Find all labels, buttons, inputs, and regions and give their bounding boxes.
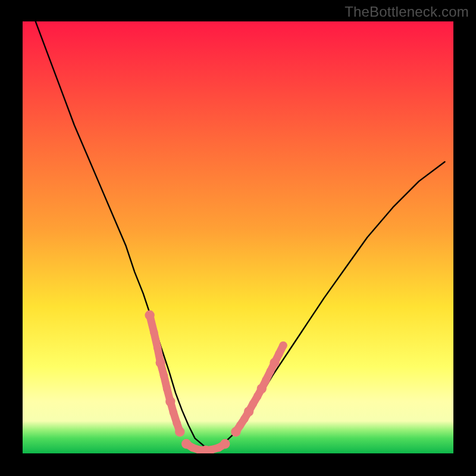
marker-dot (249, 400, 258, 408)
marker-dot (155, 358, 165, 367)
watermark-text: TheBottleneck.com (345, 4, 469, 20)
chart-svg (23, 21, 453, 453)
marker-dot (145, 310, 154, 320)
chart-outer: TheBottleneck.com (0, 0, 476, 476)
marker-dot (270, 358, 279, 367)
marker-dot (267, 367, 275, 375)
marker-dot (150, 328, 158, 337)
marker-dot (154, 343, 162, 352)
marker-dot (275, 350, 283, 358)
marker-dot (253, 392, 262, 400)
marker-dot (170, 408, 178, 416)
marker-dot (173, 419, 181, 427)
plot-area (23, 21, 453, 453)
marker-dot (175, 427, 184, 437)
marker-dot (262, 376, 270, 384)
marker-dot (257, 384, 267, 393)
marker-dot (244, 406, 253, 416)
marker-dot (163, 384, 171, 393)
marker-dot (279, 342, 287, 350)
marker-dot (160, 372, 168, 380)
marker-dot (165, 397, 175, 406)
gradient-bg (23, 21, 453, 453)
marker-dot (220, 439, 230, 449)
